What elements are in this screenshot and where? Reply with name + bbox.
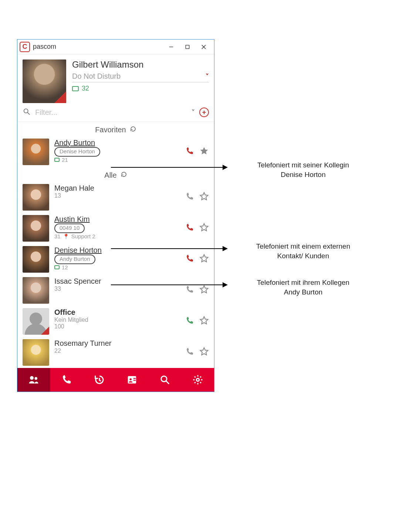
- calling-with-bubble: Andy Burton: [54, 255, 95, 264]
- annotation-arrow: [111, 284, 227, 285]
- contact-sub: 13: [54, 192, 180, 199]
- app-logo: C: [20, 42, 30, 52]
- annotation-text: Telefoniert mit ihrem KollegenAndy Burto…: [237, 278, 370, 297]
- contact-sub: 100: [54, 323, 180, 330]
- contact-avatar: [23, 139, 49, 165]
- svg-point-2: [24, 109, 28, 113]
- contact-extension: 21: [54, 157, 180, 163]
- star-outline-icon[interactable]: [199, 254, 209, 265]
- star-outline-icon[interactable]: [199, 285, 209, 296]
- location-pin-icon: 📍: [63, 233, 69, 239]
- close-button[interactable]: [196, 40, 212, 54]
- contact-row[interactable]: Megan Hale 13: [17, 182, 214, 213]
- app-title: pascom: [33, 43, 56, 51]
- contact-name: Rosemary Turner: [54, 339, 180, 348]
- contact-sub: 22: [54, 348, 180, 354]
- nav-settings[interactable]: [181, 368, 214, 392]
- svg-rect-0: [169, 47, 173, 47]
- contact-sub: 33: [54, 286, 180, 292]
- calling-with-bubble: Denise Horton: [54, 147, 100, 157]
- annotation-text: Telefoniert mit einem externenKontakt/ K…: [237, 242, 370, 260]
- contact-name: Andy Burton: [54, 139, 180, 147]
- filter-input[interactable]: [35, 108, 187, 117]
- extension-number: 32: [82, 85, 89, 92]
- contact-avatar: [23, 215, 49, 242]
- phone-icon[interactable]: [185, 285, 194, 296]
- nav-search[interactable]: [149, 368, 182, 392]
- contact-row[interactable]: Issac Spencer 33: [17, 275, 214, 306]
- svg-point-10: [161, 376, 167, 382]
- profile-avatar[interactable]: [23, 59, 66, 103]
- star-icon[interactable]: [199, 146, 209, 157]
- app-window: C pascom Gilbert Williamson Do Not Distu…: [17, 39, 214, 392]
- phone-icon[interactable]: [185, 192, 194, 202]
- phone-icon[interactable]: [185, 147, 194, 157]
- nav-dialer[interactable]: [50, 368, 83, 392]
- annotation-text: Telefoniert mit seiner KolleginDenise Ho…: [237, 160, 370, 179]
- search-row: ˅ +: [17, 105, 214, 122]
- star-outline-icon[interactable]: [199, 223, 209, 234]
- contact-name: Office: [54, 308, 180, 317]
- contact-avatar: [23, 246, 49, 273]
- contact-subtitle: Kein Mitglied: [54, 317, 180, 323]
- contact-row[interactable]: Austin Kim 0049 10 31 📍 Support 2: [17, 213, 214, 244]
- svg-rect-8: [133, 378, 136, 379]
- contact-name: Denise Horton: [54, 246, 180, 255]
- chevron-down-icon: ˅: [206, 72, 209, 81]
- nav-history[interactable]: [83, 368, 116, 392]
- device-icon: [72, 86, 79, 91]
- device-icon: [54, 158, 60, 162]
- contact-meta: 31 📍 Support 2: [54, 233, 180, 239]
- contact-row[interactable]: Andy Burton Denise Horton 21: [17, 136, 214, 167]
- svg-point-4: [30, 376, 34, 380]
- svg-point-7: [130, 378, 132, 381]
- favorites-label: Favoriten: [95, 126, 126, 134]
- extension-row: 32: [72, 85, 209, 92]
- all-header: Alle: [17, 167, 214, 182]
- status-text: Do Not Disturb: [72, 72, 121, 81]
- maximize-button[interactable]: [179, 40, 196, 54]
- nav-contacts[interactable]: [17, 368, 50, 392]
- contact-avatar: [23, 277, 49, 304]
- nav-phonebook[interactable]: [116, 368, 149, 392]
- refresh-icon[interactable]: [130, 126, 136, 134]
- calling-with-bubble: 0049 10: [54, 224, 85, 233]
- profile-name: Gilbert Williamson: [72, 59, 209, 70]
- contact-avatar: [23, 339, 49, 366]
- contact-row[interactable]: Office Kein Mitglied 100: [17, 306, 214, 337]
- all-label: Alle: [104, 171, 116, 180]
- contact-row[interactable]: Rosemary Turner 22: [17, 337, 214, 368]
- favorites-header: Favoriten: [17, 122, 214, 136]
- svg-line-3: [28, 113, 30, 115]
- bottom-nav: [17, 368, 214, 392]
- minimize-button[interactable]: [163, 40, 179, 54]
- device-icon: [54, 265, 60, 269]
- annotation-arrow: [111, 248, 227, 249]
- svg-point-12: [196, 378, 199, 381]
- presence-dnd-icon: [54, 91, 66, 103]
- search-icon: [23, 108, 31, 117]
- status-selector[interactable]: Do Not Disturb ˅: [72, 72, 209, 82]
- star-outline-icon[interactable]: [199, 347, 209, 358]
- presence-icon: [41, 327, 49, 335]
- svg-point-5: [35, 377, 38, 380]
- svg-rect-9: [133, 380, 136, 381]
- titlebar: C pascom: [17, 40, 214, 54]
- profile-area: Gilbert Williamson Do Not Disturb ˅ 32: [17, 54, 214, 105]
- contact-extension: 12: [54, 264, 180, 270]
- contact-name: Austin Kim: [54, 215, 180, 224]
- phone-icon[interactable]: [185, 347, 194, 358]
- star-outline-icon[interactable]: [199, 316, 209, 327]
- svg-line-11: [166, 381, 169, 384]
- annotation-arrow: [111, 167, 227, 168]
- phone-icon[interactable]: [185, 223, 194, 233]
- add-button[interactable]: +: [199, 108, 209, 117]
- phone-icon[interactable]: [185, 254, 194, 265]
- phone-icon[interactable]: [185, 316, 194, 327]
- contact-avatar: [23, 184, 49, 211]
- star-outline-icon[interactable]: [199, 192, 209, 203]
- svg-rect-1: [186, 45, 189, 48]
- refresh-icon[interactable]: [121, 171, 127, 180]
- contact-name: Megan Hale: [54, 184, 180, 192]
- filter-dropdown-icon[interactable]: ˅: [192, 108, 195, 116]
